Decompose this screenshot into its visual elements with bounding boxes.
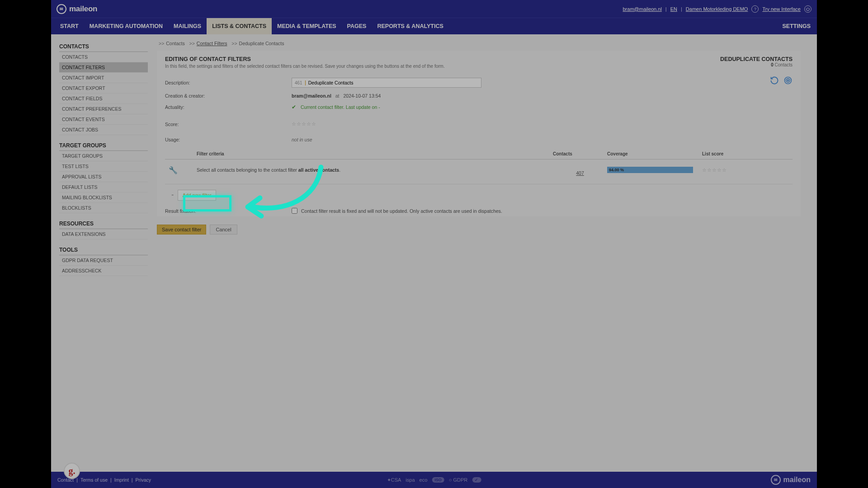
header-account[interactable]: Damen Motorkleding DEMO bbox=[686, 6, 748, 12]
actuality-text: Current contact filter. Last update on - bbox=[301, 104, 380, 110]
footer-privacy[interactable]: Privacy bbox=[136, 477, 151, 483]
header-user-email[interactable]: bram@maileon.nl bbox=[623, 6, 661, 12]
logout-icon[interactable] bbox=[804, 5, 811, 13]
th-criteria: Filter criteria bbox=[197, 151, 553, 156]
label-actuality: Actuality: bbox=[165, 104, 292, 110]
sidebar-item-contact-import[interactable]: CONTACT IMPORT bbox=[59, 73, 148, 83]
footer-certifications: ✦CSA ispa eco ISO ○ GDPR ✓ bbox=[387, 477, 481, 483]
sidebar-heading-tools: TOOLS bbox=[59, 244, 148, 255]
app-header: ✉ maileon bram@maileon.nl | EN | Damen M… bbox=[51, 0, 817, 18]
save-contact-filter-button[interactable]: Save contact filter bbox=[157, 225, 206, 235]
check-icon: ✔ bbox=[292, 104, 296, 110]
breadcrumb: >>Contacts >>Contact Filters >>Deduplica… bbox=[157, 41, 801, 46]
nav-marketing-automation[interactable]: MARKETING AUTOMATION bbox=[84, 18, 168, 34]
th-coverage: Coverage bbox=[607, 151, 702, 156]
nav-media-templates[interactable]: MEDIA & TEMPLATES bbox=[272, 18, 342, 34]
sidebar-item-test-lists[interactable]: TEST LISTS bbox=[59, 161, 148, 172]
description-input-wrap: 461 bbox=[292, 78, 481, 88]
nav-mailings[interactable]: MAILINGS bbox=[168, 18, 207, 34]
app-footer: Contact| Terms of use| Imprint| Privacy … bbox=[51, 472, 817, 488]
sidebar-item-target-groups[interactable]: TARGET GROUPS bbox=[59, 151, 148, 161]
panel-right-title: DEDUPLICATE CONTACTS bbox=[720, 56, 793, 62]
created-at: 2024-10-07 13:54 bbox=[343, 93, 381, 99]
usage-value: not in use bbox=[292, 137, 312, 142]
footer-logo-icon: ✉ bbox=[771, 475, 781, 485]
sidebar-heading-target-groups: TARGET GROUPS bbox=[59, 140, 148, 151]
sidebar-item-contact-events[interactable]: CONTACT EVENTS bbox=[59, 114, 148, 125]
refresh-icon[interactable] bbox=[770, 76, 779, 85]
panel-subtitle: In this field, the settings and filters … bbox=[165, 64, 445, 69]
sidebar-item-approval-lists[interactable]: APPROVAL LISTS bbox=[59, 172, 148, 182]
label-description: Description: bbox=[165, 80, 292, 85]
th-list-score: List score bbox=[702, 151, 793, 156]
coverage-bar: 94.00 % bbox=[607, 167, 693, 173]
sidebar-item-contact-preferences[interactable]: CONTACT PREFERENCES bbox=[59, 104, 148, 114]
sidebar-item-contact-jobs[interactable]: CONTACT JOBS bbox=[59, 125, 148, 135]
svg-point-2 bbox=[788, 80, 789, 81]
sidebar-heading-resources: RESOURCES bbox=[59, 218, 148, 229]
brand-name: maileon bbox=[69, 5, 97, 14]
description-id: 461 bbox=[292, 80, 306, 85]
th-contacts: Contacts bbox=[553, 151, 607, 156]
nav-settings[interactable]: SETTINGS bbox=[782, 18, 817, 34]
target-icon[interactable] bbox=[783, 76, 793, 85]
footer-imprint[interactable]: Imprint bbox=[114, 477, 129, 483]
sidebar-item-mailing-blocklists[interactable]: MAILING BLOCKLISTS bbox=[59, 192, 148, 203]
main-nav: START MARKETING AUTOMATION MAILINGS LIST… bbox=[51, 18, 817, 34]
score-stars: ☆☆☆☆☆ bbox=[292, 121, 316, 127]
brand-logo: ✉ maileon bbox=[57, 4, 97, 14]
help-icon[interactable]: ? bbox=[751, 5, 759, 13]
sidebar: CONTACTS CONTACTS CONTACT FILTERS CONTAC… bbox=[51, 34, 151, 276]
annotation-highlight-box bbox=[183, 195, 231, 211]
help-widget-icon[interactable]: g. bbox=[64, 463, 80, 479]
label-creator: Creation & creator: bbox=[165, 93, 292, 99]
try-new-interface-link[interactable]: Try new Interface bbox=[762, 6, 801, 12]
sidebar-item-contact-export[interactable]: CONTACT EXPORT bbox=[59, 83, 148, 94]
sidebar-item-default-lists[interactable]: DEFAULT LISTS bbox=[59, 182, 148, 192]
logo-mark-icon: ✉ bbox=[57, 4, 66, 14]
sidebar-item-contacts[interactable]: CONTACTS bbox=[59, 52, 148, 62]
sidebar-item-contact-fields[interactable]: CONTACT FIELDS bbox=[59, 94, 148, 104]
sidebar-item-contact-filters[interactable]: CONTACT FILTERS bbox=[59, 62, 148, 73]
contacts-count-link[interactable]: 407 bbox=[576, 170, 584, 176]
nav-lists-contacts[interactable]: LISTS & CONTACTS bbox=[207, 18, 272, 34]
creator-value: bram@maileon.nl bbox=[292, 93, 331, 99]
nav-start[interactable]: START bbox=[55, 18, 84, 34]
panel-title: EDITING OF CONTACT FILTERS bbox=[165, 56, 445, 62]
sidebar-item-data-extensions[interactable]: DATA EXTENSIONS bbox=[59, 229, 148, 239]
footer-brand: ✉ maileon bbox=[771, 475, 811, 485]
row-stars: ☆☆☆☆☆ bbox=[702, 167, 793, 173]
panel-right-count: 0 Contacts bbox=[720, 62, 793, 67]
header-lang[interactable]: EN bbox=[670, 6, 677, 12]
label-score: Score: bbox=[165, 122, 292, 127]
sidebar-item-blocklists[interactable]: BLOCKLISTS bbox=[59, 203, 148, 213]
sidebar-heading-contacts: CONTACTS bbox=[59, 41, 148, 52]
sidebar-item-addresscheck[interactable]: ADDRESSCHECK bbox=[59, 266, 148, 276]
wrench-icon[interactable]: 🔧 bbox=[165, 166, 197, 174]
description-input[interactable] bbox=[306, 78, 481, 87]
crumb-contacts[interactable]: Contacts bbox=[166, 41, 184, 46]
label-usage: Usage: bbox=[165, 137, 292, 142]
sidebar-item-gdpr[interactable]: GDPR DATA REQUEST bbox=[59, 255, 148, 266]
footer-terms[interactable]: Terms of use bbox=[80, 477, 108, 483]
nav-pages[interactable]: PAGES bbox=[342, 18, 372, 34]
crumb-current: Deduplicate Contacts bbox=[239, 41, 284, 46]
annotation-arrow-icon bbox=[231, 163, 335, 226]
cancel-button[interactable]: Cancel bbox=[210, 225, 237, 235]
crumb-contact-filters[interactable]: Contact Filters bbox=[197, 41, 227, 46]
nav-reports[interactable]: REPORTS & ANALYTICS bbox=[372, 18, 448, 34]
